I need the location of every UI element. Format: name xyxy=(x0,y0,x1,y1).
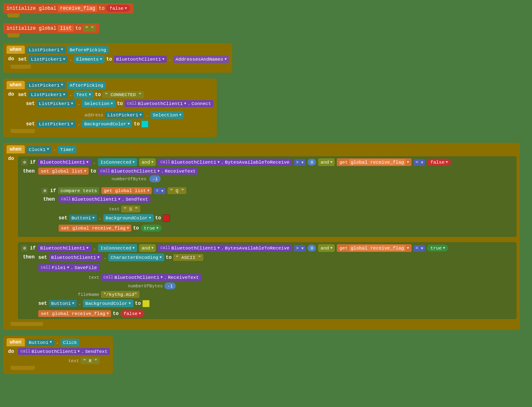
to-btn-2: to xyxy=(135,301,141,306)
when-label-1: when xyxy=(7,46,25,54)
btn1-comp[interactable]: Button1 ▼ xyxy=(69,214,97,221)
zero-1[interactable]: 0 xyxy=(307,159,316,166)
call-bytes-available-2[interactable]: call BluetoothClient1 ▼ . BytesAvailable… xyxy=(158,245,292,252)
gear-icon-1[interactable]: ⚙ xyxy=(21,159,28,166)
is-connected-prop-1[interactable]: IsConnected ▼ xyxy=(98,158,137,166)
call-bytes-available-1[interactable]: call BluetoothClient1 ▼ . BytesAvailable… xyxy=(158,159,292,166)
before-picking-do-row: do set ListPicker1 ▼ . Elements ▼ to Blu… xyxy=(7,55,229,63)
listpicker1-before[interactable]: ListPicker1 ▼ xyxy=(26,46,65,53)
gt-op-2[interactable]: > ▼ xyxy=(294,245,306,252)
is-connected-prop-2[interactable]: IsConnected ▼ xyxy=(98,244,137,252)
selection-prop-2[interactable]: Selection ▼ xyxy=(150,111,184,119)
call-send-text-2[interactable]: call BluetoothClient1 ▼ . SendText xyxy=(18,348,110,355)
set-elements-row: set ListPicker1 ▼ . Elements ▼ to Blueto… xyxy=(18,55,229,63)
yellow-swatch[interactable] xyxy=(142,300,150,307)
init-list[interactable]: initialize global list to " " xyxy=(3,23,99,33)
true-val-2[interactable]: true ▼ xyxy=(427,245,448,252)
q-string[interactable]: " Q " xyxy=(168,187,187,194)
ascii-string[interactable]: " ASCII " xyxy=(173,254,203,261)
if3-then-content: set BluetoothClient1 ▼ . CharacterEncodi… xyxy=(38,254,203,317)
s-string[interactable]: " S " xyxy=(121,206,140,212)
and-block-1[interactable]: and ▼ xyxy=(139,158,156,166)
clock1-comp[interactable]: Clock1 ▼ xyxy=(26,146,52,153)
addresses-and-names[interactable]: AddressesAndNames ▼ xyxy=(173,55,229,63)
listpicker1-after[interactable]: ListPicker1 ▼ xyxy=(26,82,65,89)
char-enc-prop[interactable]: CharacterEncoding ▼ xyxy=(108,254,164,261)
neg-one-2[interactable]: -1 xyxy=(164,282,176,289)
after-picking-header: when ListPicker1 ▼ AfterPicking xyxy=(7,81,214,89)
and-block-4[interactable]: and ▼ xyxy=(318,244,335,252)
to-label: to xyxy=(99,6,105,11)
set-label: set xyxy=(18,57,27,62)
filename-string[interactable]: "/kythg.mid" xyxy=(101,291,140,298)
when-label-3: when xyxy=(7,145,25,153)
bt-client-1[interactable]: BluetoothClient1 ▼ xyxy=(114,56,167,63)
set-global-flag-false[interactable]: set global receive_flag ▼ xyxy=(38,310,111,317)
lp1-addr-comp[interactable]: ListPicker1 ▼ xyxy=(105,112,144,118)
gt-op-1[interactable]: > ▼ xyxy=(294,159,306,166)
btn1-comp-2[interactable]: Button1 ▼ xyxy=(49,300,77,307)
call-file-save[interactable]: call File1 ▼ . SaveFile xyxy=(38,264,99,271)
do-label-4: do xyxy=(7,348,15,355)
bgcolor-prop[interactable]: BackgroundColor ▼ xyxy=(82,120,132,128)
set-label-text: set xyxy=(18,92,27,98)
connected-string[interactable]: " CONNECTED " xyxy=(102,91,144,98)
timer-event[interactable]: Timer xyxy=(58,146,77,153)
lp1-text-comp[interactable]: ListPicker1 ▼ xyxy=(28,91,68,98)
and-block-2[interactable]: and ▼ xyxy=(318,158,335,166)
compare-texts-block[interactable]: compare texts xyxy=(58,187,100,194)
empty-string-value[interactable]: " " xyxy=(83,25,96,32)
false-value[interactable]: false ▼ xyxy=(106,5,130,12)
and-block-3[interactable]: and ▼ xyxy=(139,244,156,252)
do-label-2: do xyxy=(7,91,15,98)
set-global-list-row: set global list ▼ to call BluetoothClien… xyxy=(38,168,198,175)
neg-one-1[interactable]: -1 xyxy=(149,175,161,182)
before-picking-event[interactable]: BeforePicking xyxy=(67,46,109,54)
call-receive-text-2[interactable]: call BluetoothClient1 ▼ . ReceiveText xyxy=(101,274,201,281)
listpicker1-comp[interactable]: ListPicker1 ▼ xyxy=(28,56,68,63)
selection-prop[interactable]: Selection ▼ xyxy=(82,100,116,107)
receive-flag-var[interactable]: receive_flag xyxy=(58,5,97,12)
bg-color-prop-1[interactable]: BackgroundColor ▼ xyxy=(103,214,154,222)
click-event[interactable]: Click xyxy=(61,339,80,346)
to-label-2: to xyxy=(75,26,81,31)
after-picking-event[interactable]: AfterPicking xyxy=(67,81,106,89)
bt-isconnected-2[interactable]: BluetoothClient1 ▼ xyxy=(38,245,91,252)
if-label-3: if xyxy=(30,245,35,251)
true-val-1[interactable]: true ▼ xyxy=(141,225,162,232)
lp1-sel-comp[interactable]: ListPicker1 ▼ xyxy=(37,100,76,107)
button-click-container: when Button1 ▼ . Click do call Bluetooth… xyxy=(3,336,113,374)
elements-prop[interactable]: Elements ▼ xyxy=(74,55,105,63)
zero-2[interactable]: 0 xyxy=(307,245,316,252)
cyan-swatch[interactable] xyxy=(141,120,148,128)
gear-icon-3[interactable]: ⚙ xyxy=(21,245,28,252)
set-global-flag-true[interactable]: set global receive_flag ▼ xyxy=(59,225,131,232)
call-bt-connect[interactable]: call BluetoothClient1 ▼ . Connect xyxy=(124,100,214,107)
bt1-enc-comp[interactable]: BluetoothClient1 ▼ xyxy=(49,254,102,261)
lp1-bg-comp[interactable]: ListPicker1 ▼ xyxy=(37,120,76,127)
gear-icon-2[interactable]: ⚙ xyxy=(41,188,48,194)
bg-color-prop-2[interactable]: BackgroundColor ▼ xyxy=(83,300,133,307)
call-receive-text-1[interactable]: call BluetoothClient1 ▼ . ReceiveText xyxy=(98,168,198,175)
red-swatch[interactable] xyxy=(163,214,170,222)
false-val-1[interactable]: false ▼ xyxy=(427,159,451,166)
call-send-text[interactable]: call BluetoothClient1 ▼ . SendText xyxy=(59,196,150,203)
r-string[interactable]: " R " xyxy=(81,357,100,364)
eq-op-3[interactable]: = ▼ xyxy=(414,245,425,252)
eq-op-2[interactable]: = ▼ xyxy=(154,188,166,194)
get-receive-flag-2[interactable]: get global receive_flag ▼ xyxy=(337,244,411,252)
text-prop[interactable]: Text ▼ xyxy=(74,91,94,98)
eq-op-1[interactable]: = ▼ xyxy=(414,159,425,166)
init-receive-flag[interactable]: initialize global receive_flag to false … xyxy=(3,3,133,13)
get-global-list-1[interactable]: get global list ▼ xyxy=(101,187,152,194)
bt-isconnected-1[interactable]: BluetoothClient1 ▼ xyxy=(38,159,91,166)
btn1-click-comp[interactable]: Button1 ▼ xyxy=(26,339,55,346)
list-var[interactable]: list xyxy=(58,25,74,32)
dropdown-arrow[interactable]: ▼ xyxy=(125,7,127,11)
if-label-2: if xyxy=(50,188,56,194)
get-receive-flag-1[interactable]: get global receive_flag ▼ xyxy=(337,158,411,166)
false-val-2[interactable]: false ▼ xyxy=(120,310,144,317)
set-btn-label: set xyxy=(59,215,68,221)
set-global-list[interactable]: set global list ▼ xyxy=(38,168,89,175)
num-bytes-row-1: numberOfBytes -1 xyxy=(111,176,198,182)
